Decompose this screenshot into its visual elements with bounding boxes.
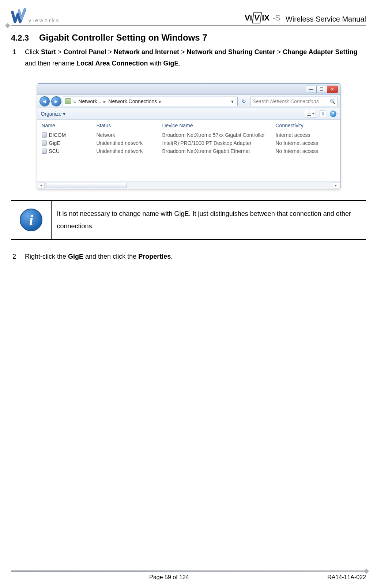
- toolbar: Organize ▾ ☰ ▾ ▯ ?: [37, 108, 340, 120]
- info-note: i It is not necessary to change name wit…: [11, 200, 366, 240]
- breadcrumb-arrow-icon: ▸: [159, 98, 162, 104]
- titlebar: — ☐ ✕: [37, 84, 340, 95]
- info-note-text: It is not necessary to change name with …: [52, 201, 366, 239]
- product-logo-mid: IX: [262, 13, 269, 23]
- doc-title: Wireless Service Manual: [286, 15, 366, 23]
- minimize-button[interactable]: —: [306, 86, 317, 93]
- product-logo: ViVIX -S: [245, 12, 280, 23]
- section-number: 4.2.3: [11, 33, 29, 43]
- scroll-right-button[interactable]: ▸: [333, 183, 339, 188]
- info-icon-cell: i: [11, 201, 52, 239]
- view-mode-button[interactable]: ☰ ▾: [305, 110, 316, 118]
- nav-back-button[interactable]: ◄: [39, 96, 50, 106]
- column-headers: Name Status Device Name Connectivity: [37, 120, 340, 130]
- col-status[interactable]: Status: [97, 123, 162, 128]
- search-icon: 🔍: [329, 98, 335, 104]
- breadcrumb[interactable]: « Network... ▸ Network Connections ▸ ▾: [63, 97, 238, 106]
- brand-text: vieworks: [29, 18, 60, 23]
- breadcrumb-chevron: «: [73, 98, 76, 104]
- maximize-button[interactable]: ☐: [316, 86, 327, 93]
- page-footer: Page 59 of 124 RA14-11A-022: [11, 570, 366, 581]
- pane-icon: ▯: [322, 112, 324, 116]
- scroll-left-button[interactable]: ◂: [38, 183, 45, 188]
- preview-pane-button[interactable]: ▯: [320, 111, 326, 117]
- list-item[interactable]: SCU Unidentified network Broadcom NetXtr…: [42, 147, 336, 155]
- list-item[interactable]: GigE Unidentified network Intel(R) PRO/1…: [42, 139, 336, 147]
- brand-logo: vieworks: [11, 7, 60, 23]
- product-logo-left: Vi: [245, 13, 252, 23]
- help-icon: ?: [332, 111, 334, 116]
- search-placeholder: Search Network Connections: [253, 98, 319, 104]
- nav-forward-button[interactable]: ►: [51, 96, 61, 106]
- list-item[interactable]: DICOM Network Broadcom NetXtreme 57xx Gi…: [42, 131, 336, 139]
- breadcrumb-arrow-icon: ▸: [103, 98, 106, 104]
- network-icon: [65, 98, 71, 104]
- col-name[interactable]: Name: [42, 123, 97, 128]
- page-number: Page 59 of 124: [149, 574, 189, 581]
- header-right: ViVIX -S Wireless Service Manual: [245, 12, 366, 23]
- step-2: 2 Right-click the GigE and then click th…: [11, 251, 366, 262]
- connection-list: DICOM Network Broadcom NetXtreme 57xx Gi…: [37, 130, 340, 181]
- address-bar: ◄ ► « Network... ▸ Network Connections ▸…: [37, 95, 340, 108]
- product-logo-suffix: -S: [272, 13, 280, 23]
- brand-w-icon: [11, 7, 26, 23]
- close-button[interactable]: ✕: [327, 86, 338, 93]
- step-1: 1 Click Start > Control Panel > Network …: [11, 46, 366, 69]
- adapter-icon: [42, 141, 47, 146]
- doc-code: RA14-11A-022: [327, 574, 366, 581]
- section-heading: 4.2.3 Gigabit Controller Setting on Wind…: [11, 33, 366, 43]
- refresh-button[interactable]: ↻: [239, 97, 249, 106]
- step-1-number: 1: [12, 46, 18, 69]
- footer-rule: [11, 570, 366, 572]
- view-list-icon: ☰: [307, 111, 312, 117]
- scroll-thumb[interactable]: [46, 183, 127, 188]
- adapter-icon: [42, 132, 47, 138]
- step-1-text: Click Start > Control Panel > Network an…: [25, 46, 366, 69]
- product-logo-box: V: [252, 12, 262, 23]
- col-device[interactable]: Device Name: [162, 123, 276, 128]
- col-connectivity[interactable]: Connectivity: [276, 123, 336, 128]
- window-frame: — ☐ ✕ ◄ ► « Network... ▸ Network Connect…: [37, 83, 340, 189]
- breadcrumb-seg2[interactable]: Network Connections: [108, 98, 157, 104]
- screenshot-network-connections: — ☐ ✕ ◄ ► « Network... ▸ Network Connect…: [37, 83, 340, 189]
- horizontal-scrollbar[interactable]: ◂ ▸: [37, 181, 340, 189]
- step-2-number: 2: [12, 251, 18, 262]
- step-2-text: Right-click the GigE and then click the …: [25, 251, 173, 262]
- adapter-icon: [42, 149, 47, 154]
- help-button[interactable]: ?: [330, 111, 336, 117]
- chevron-down-icon: ▾: [312, 112, 314, 116]
- section-title: Gigabit Controller Setting on Windows 7: [39, 33, 207, 43]
- info-icon: i: [20, 209, 42, 231]
- organize-menu[interactable]: Organize ▾: [41, 111, 66, 117]
- breadcrumb-dropdown-icon[interactable]: ▾: [230, 98, 235, 104]
- page-header: vieworks ViVIX -S Wireless Service Manua…: [11, 7, 366, 26]
- chevron-down-icon: ▾: [63, 111, 65, 117]
- search-input[interactable]: Search Network Connections 🔍: [250, 97, 338, 106]
- breadcrumb-seg1[interactable]: Network...: [78, 98, 101, 104]
